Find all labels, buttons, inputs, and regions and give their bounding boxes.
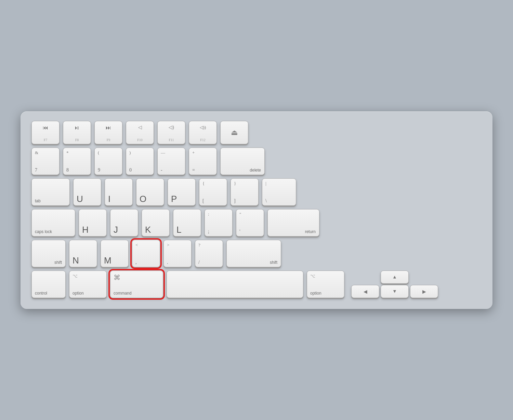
- key-f9[interactable]: ⏭ F9: [94, 121, 122, 144]
- key-rbracket[interactable]: } ]: [231, 178, 259, 206]
- key-9[interactable]: ( 9: [94, 148, 122, 175]
- key-arrow-left[interactable]: ◀: [351, 285, 379, 298]
- key-i[interactable]: I: [105, 178, 133, 206]
- key-arrow-down[interactable]: ▼: [381, 285, 409, 298]
- key-h[interactable]: H: [79, 209, 107, 236]
- key-shift-left[interactable]: shift: [31, 240, 66, 267]
- key-f12[interactable]: ◁)) F12: [189, 121, 217, 144]
- key-power[interactable]: ⏏: [220, 121, 248, 144]
- key-p[interactable]: P: [168, 178, 196, 206]
- key-quote[interactable]: " ': [236, 209, 264, 236]
- fn-key-row: ⏮ F7 ⏯ F8 ⏭ F9 ◁ F10 ◁) F11 ◁)) F12 ⏏: [31, 121, 482, 144]
- key-semicolon[interactable]: : ;: [205, 209, 233, 236]
- key-equals[interactable]: + =: [189, 148, 217, 175]
- key-backslash[interactable]: | \: [262, 178, 296, 206]
- key-u[interactable]: U: [73, 178, 101, 206]
- key-f7[interactable]: ⏮ F7: [31, 121, 60, 144]
- key-slash[interactable]: ? /: [195, 240, 223, 267]
- key-k[interactable]: K: [142, 209, 170, 236]
- key-f8[interactable]: ⏯ F8: [63, 121, 91, 144]
- key-tab[interactable]: tab: [31, 178, 70, 206]
- key-arrow-up[interactable]: ▲: [381, 271, 409, 284]
- key-n[interactable]: N: [69, 240, 97, 267]
- key-shift-right[interactable]: shift: [226, 240, 281, 267]
- key-control[interactable]: control: [31, 271, 66, 298]
- key-l[interactable]: L: [173, 209, 201, 236]
- key-arrow-right[interactable]: ▶: [410, 285, 438, 298]
- key-f10[interactable]: ◁ F10: [126, 121, 154, 144]
- arrow-key-group: ▲ ◀ ▼ ▶: [351, 271, 438, 298]
- hjkl-row: caps lock H J K L : ; " ' return: [31, 209, 482, 236]
- key-caps-lock[interactable]: caps lock: [31, 209, 75, 236]
- key-7[interactable]: & 7: [31, 148, 60, 175]
- key-f11[interactable]: ◁) F11: [157, 121, 185, 144]
- key-minus[interactable]: — -: [157, 148, 185, 175]
- key-o[interactable]: O: [136, 178, 164, 206]
- key-command[interactable]: ⌘ command: [110, 271, 163, 298]
- key-m[interactable]: M: [101, 240, 129, 267]
- key-delete[interactable]: delete: [220, 148, 265, 175]
- nm-row: shift N M < , > . ? / shift: [31, 240, 482, 267]
- key-lbracket[interactable]: { [: [199, 178, 227, 206]
- key-j[interactable]: J: [110, 209, 138, 236]
- number-row: & 7 * 8 ( 9 ) 0 — -: [31, 148, 482, 175]
- key-8[interactable]: * 8: [63, 148, 91, 175]
- key-return[interactable]: return: [267, 209, 319, 236]
- uiop-row: tab U I O P { [ } ] | \: [31, 178, 482, 206]
- key-option-right[interactable]: ⌥ option: [307, 271, 344, 298]
- key-comma[interactable]: < ,: [132, 240, 160, 267]
- bottom-row: control ⌥ option ⌘ command ⌥ option ▲: [31, 271, 482, 298]
- key-space[interactable]: [167, 271, 303, 298]
- key-0[interactable]: ) 0: [126, 148, 154, 175]
- keyboard: ⏮ F7 ⏯ F8 ⏭ F9 ◁ F10 ◁) F11 ◁)) F12 ⏏: [21, 111, 492, 309]
- key-option-left[interactable]: ⌥ option: [69, 271, 107, 298]
- key-period[interactable]: > .: [163, 240, 192, 267]
